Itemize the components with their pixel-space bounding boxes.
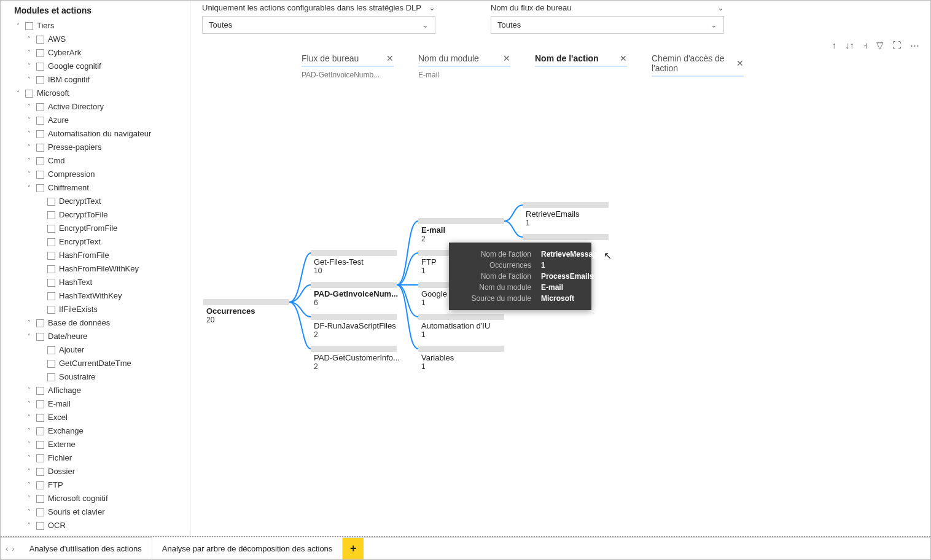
chevron-down-icon[interactable]: ⌄ bbox=[717, 3, 724, 12]
tree-item[interactable]: ˅Presse-papiers bbox=[25, 141, 189, 154]
tree-item[interactable]: ˅Fichier bbox=[25, 451, 189, 465]
checkbox[interactable] bbox=[47, 292, 55, 300]
decomp-bar[interactable] bbox=[418, 218, 504, 224]
tree-item[interactable]: ·EncryptText bbox=[36, 235, 189, 249]
tree-item[interactable]: ·Ajouter bbox=[36, 343, 189, 357]
chevron-down-icon[interactable]: ˅ bbox=[25, 168, 33, 181]
checkbox[interactable] bbox=[36, 171, 44, 179]
checkbox[interactable] bbox=[47, 306, 55, 314]
chevron-down-icon[interactable]: ˅ bbox=[25, 141, 33, 154]
tree-item[interactable]: ˅Affichage bbox=[25, 384, 189, 397]
checkbox[interactable] bbox=[25, 22, 33, 30]
checkbox[interactable] bbox=[47, 225, 55, 233]
checkbox[interactable] bbox=[47, 252, 55, 260]
checkbox[interactable] bbox=[47, 360, 55, 368]
decomp-node-label[interactable]: PAD-GetCustomerInfo...2 bbox=[314, 353, 400, 371]
tree-item[interactable]: ˅E-mail bbox=[25, 397, 189, 411]
tree-item[interactable]: ˅OCR bbox=[25, 519, 189, 532]
tree-item[interactable]: ·HashTextWithKey bbox=[36, 289, 189, 303]
chevron-up-icon[interactable]: ˄ bbox=[25, 182, 33, 194]
more-icon[interactable]: ⋯ bbox=[910, 40, 919, 51]
chevron-down-icon[interactable]: ˅ bbox=[25, 398, 33, 410]
tree-item[interactable]: ·HashFromFileWithKey bbox=[36, 262, 189, 276]
tree-item[interactable]: ˅Compression bbox=[25, 168, 189, 181]
decomp-bar[interactable] bbox=[418, 314, 504, 320]
chevron-down-icon[interactable]: ˅ bbox=[25, 506, 33, 518]
tree-item[interactable]: ˅Excel bbox=[25, 411, 189, 424]
filter-dlp-select[interactable]: Toutes ⌄ bbox=[202, 16, 435, 34]
drill-updown-icon[interactable]: ↓↑ bbox=[845, 40, 854, 51]
tree-item[interactable]: ·GetCurrentDateTme bbox=[36, 357, 189, 370]
chevron-down-icon[interactable]: ˅ bbox=[25, 114, 33, 126]
checkbox[interactable] bbox=[36, 414, 44, 422]
checkbox[interactable] bbox=[36, 427, 44, 435]
tree-item[interactable]: ˅Google cognitif bbox=[25, 60, 189, 73]
chevron-down-icon[interactable]: ˅ bbox=[25, 101, 33, 113]
tree-item[interactable]: ·Soustraire bbox=[36, 370, 189, 384]
chevron-up-icon[interactable]: ˄ bbox=[14, 20, 21, 32]
tree-item[interactable]: ˅IBM cognitif bbox=[25, 73, 189, 87]
tree-item[interactable]: ·DecryptToFile bbox=[36, 208, 189, 222]
decomp-node-label[interactable]: RetrieveEmails1 bbox=[526, 209, 579, 227]
checkbox[interactable] bbox=[36, 117, 44, 125]
chevron-down-icon[interactable]: ˅ bbox=[25, 60, 33, 72]
checkbox[interactable] bbox=[47, 198, 55, 206]
checkbox[interactable] bbox=[36, 387, 44, 395]
decomp-bar[interactable] bbox=[418, 346, 504, 352]
checkbox[interactable] bbox=[36, 454, 44, 462]
tree-item[interactable]: ˄Date/heure bbox=[25, 330, 189, 343]
checkbox[interactable] bbox=[47, 346, 55, 354]
checkbox[interactable] bbox=[36, 36, 44, 44]
checkbox[interactable] bbox=[36, 144, 44, 152]
checkbox[interactable] bbox=[36, 49, 44, 57]
decomp-node-label[interactable]: PAD-GetInvoiceNum...6 bbox=[314, 289, 398, 307]
tree-item[interactable]: ˅FTP bbox=[25, 478, 189, 492]
chevron-up-icon[interactable]: ˄ bbox=[25, 330, 33, 343]
tab-prev-icon[interactable]: ‹ bbox=[6, 544, 8, 553]
decomp-node-label[interactable]: Automatisation d'IU1 bbox=[421, 321, 490, 339]
decomp-node-label[interactable]: DF-RunJavaScriptFiles2 bbox=[314, 321, 396, 339]
tree-item[interactable]: ˅Souris et clavier bbox=[25, 505, 189, 519]
decomp-node-label[interactable]: Variables1 bbox=[421, 353, 454, 371]
checkbox[interactable] bbox=[47, 373, 55, 381]
chevron-down-icon[interactable]: ˅ bbox=[25, 438, 33, 451]
decomp-node-label[interactable]: FTP1 bbox=[421, 257, 437, 275]
tree-item[interactable]: ˅Dossier bbox=[25, 465, 189, 478]
tree-item[interactable]: ˅Active Directory bbox=[25, 100, 189, 114]
tree-item[interactable]: ˅Base de données bbox=[25, 316, 189, 330]
decomp-node-label[interactable]: Get-Files-Test10 bbox=[314, 257, 364, 275]
checkbox[interactable] bbox=[36, 184, 44, 192]
checkbox[interactable] bbox=[36, 481, 44, 489]
chevron-down-icon[interactable]: ˅ bbox=[25, 155, 33, 167]
filter-flow-head[interactable]: Nom du flux de bureau ⌄ bbox=[491, 3, 724, 12]
checkbox[interactable] bbox=[36, 441, 44, 449]
chevron-up-icon[interactable]: ˄ bbox=[14, 87, 21, 99]
decomp-node-label[interactable]: Occurrences20 bbox=[206, 306, 255, 324]
tree-item[interactable]: ˅Microsoft cognitif bbox=[25, 492, 189, 505]
checkbox[interactable] bbox=[25, 90, 33, 98]
report-tab[interactable]: Analyse d'utilisation des actions bbox=[20, 538, 152, 559]
chevron-down-icon[interactable]: ˅ bbox=[25, 384, 33, 397]
checkbox[interactable] bbox=[36, 319, 44, 327]
checkbox[interactable] bbox=[36, 508, 44, 516]
close-icon[interactable]: ✕ bbox=[386, 53, 394, 63]
filter-icon[interactable]: ▽ bbox=[876, 40, 884, 51]
tree-item[interactable]: ˄Chiffrement bbox=[25, 181, 189, 195]
tree-item[interactable]: ˅Externe bbox=[25, 438, 189, 451]
decomp-bar[interactable] bbox=[311, 346, 397, 352]
chevron-down-icon[interactable]: ˅ bbox=[25, 492, 33, 505]
checkbox[interactable] bbox=[36, 157, 44, 165]
checkbox[interactable] bbox=[36, 522, 44, 530]
chevron-down-icon[interactable]: ˅ bbox=[25, 519, 33, 532]
checkbox[interactable] bbox=[36, 468, 44, 476]
filter-flow-select[interactable]: Toutes ⌄ bbox=[491, 16, 724, 34]
checkbox[interactable] bbox=[36, 76, 44, 84]
tree-item[interactable]: ·EncryptFromFile bbox=[36, 222, 189, 235]
checkbox[interactable] bbox=[47, 265, 55, 273]
decomp-bar[interactable] bbox=[523, 202, 609, 208]
checkbox[interactable] bbox=[36, 103, 44, 111]
decomp-bar[interactable] bbox=[523, 234, 609, 240]
tab-next-icon[interactable]: › bbox=[12, 544, 14, 553]
tree-item[interactable]: ˅AWS bbox=[25, 33, 189, 46]
decomp-node-label[interactable]: E-mail2 bbox=[421, 225, 445, 243]
